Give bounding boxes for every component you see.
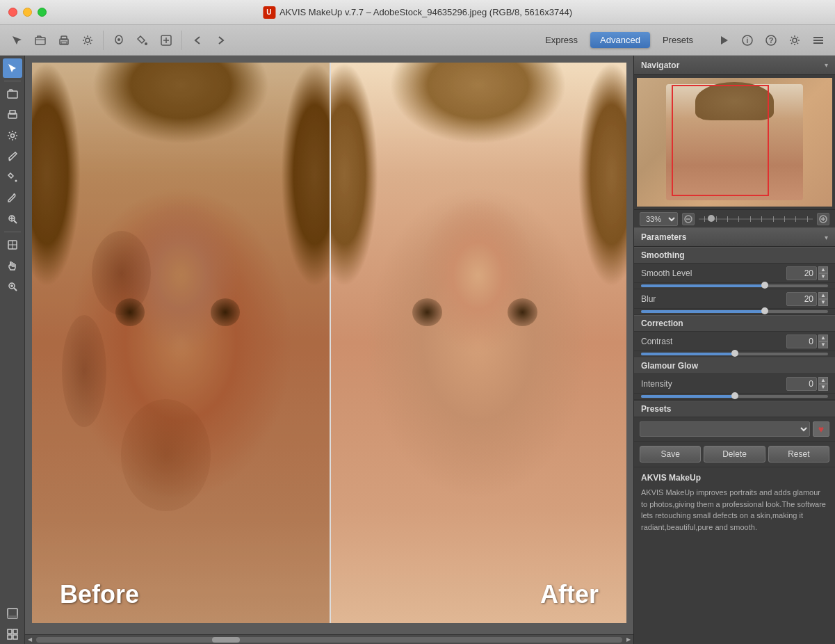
contrast-up[interactable]: ▲: [818, 335, 828, 341]
info-title: AKVIS MakeUp: [641, 473, 828, 483]
tool-arrow[interactable]: [3, 58, 22, 78]
toolbar-gear-button[interactable]: [784, 29, 806, 51]
toolbar-menu-button[interactable]: [807, 29, 829, 51]
scroll-track[interactable]: [36, 637, 622, 643]
toolbar-icon-paint[interactable]: [155, 29, 177, 51]
nav-selection-box[interactable]: [672, 85, 769, 196]
tool-bucket[interactable]: [3, 168, 22, 187]
correction-header: Correction: [634, 315, 835, 332]
zoom-dropdown[interactable]: 33% 25% 50% 100%: [640, 212, 678, 226]
before-label: Before: [60, 580, 139, 609]
smooth-level-up[interactable]: ▲: [818, 266, 828, 273]
tool-print[interactable]: [3, 105, 22, 124]
canvas-divider[interactable]: [330, 63, 331, 623]
smooth-level-value[interactable]: 20: [786, 266, 817, 280]
svg-text:i: i: [747, 37, 749, 45]
toolbar-help-button[interactable]: ?: [760, 29, 782, 51]
toolbar-icon-open[interactable]: [29, 29, 51, 51]
blur-up[interactable]: ▲: [818, 292, 828, 299]
tool-clone[interactable]: [3, 209, 22, 229]
navigator-collapse[interactable]: ▾: [825, 61, 828, 69]
intensity-slider[interactable]: [641, 395, 828, 398]
blur-slider-row: [634, 309, 835, 315]
toolbar-play-button[interactable]: [713, 29, 735, 51]
preset-delete-button[interactable]: Delete: [704, 446, 765, 462]
tool-brush[interactable]: [3, 147, 22, 166]
tool-dropper[interactable]: [3, 188, 22, 208]
preset-save-button[interactable]: Save: [640, 446, 701, 462]
smooth-level-down[interactable]: ▼: [818, 273, 828, 280]
minimize-button[interactable]: [23, 8, 32, 17]
maximize-button[interactable]: [38, 8, 47, 17]
params-header: Parameters ▾: [634, 227, 835, 247]
blur-slider[interactable]: [641, 310, 828, 313]
intensity-thumb[interactable]: [731, 392, 738, 399]
blur-value[interactable]: 20: [786, 292, 817, 306]
toolbar-icon-settings[interactable]: [76, 29, 99, 51]
navigator-preview[interactable]: [637, 78, 832, 207]
smooth-level-fill: [641, 284, 765, 287]
tab-presets[interactable]: Presets: [653, 32, 703, 48]
contrast-value[interactable]: 0: [786, 335, 817, 348]
tool-zoom[interactable]: [3, 277, 22, 296]
tab-advanced[interactable]: Advanced: [590, 32, 650, 48]
hair-before: [32, 63, 330, 287]
tool-hand[interactable]: [3, 256, 22, 275]
contrast-stepper[interactable]: ▲ ▼: [818, 335, 828, 348]
svg-rect-17: [813, 42, 823, 44]
params-collapse[interactable]: ▾: [825, 234, 828, 241]
tool-separator-1: [4, 81, 21, 81]
zoom-out-button[interactable]: [682, 213, 695, 225]
shadow-before-3: [121, 399, 210, 511]
intensity-down[interactable]: ▼: [818, 384, 828, 391]
intensity-up[interactable]: ▲: [818, 377, 828, 384]
tool-view-split[interactable]: [3, 604, 22, 623]
intensity-value[interactable]: 0: [786, 377, 817, 391]
zoom-slider-thumb[interactable]: [708, 215, 715, 222]
presets-dropdown[interactable]: [640, 421, 810, 437]
close-button[interactable]: [8, 8, 17, 17]
smooth-level-slider[interactable]: [641, 284, 828, 287]
tool-open-file[interactable]: [3, 84, 22, 104]
blur-thumb[interactable]: [761, 307, 768, 314]
smooth-level-stepper[interactable]: ▲ ▼: [818, 266, 828, 280]
canvas-scrollbar[interactable]: ◀ ▶: [25, 634, 633, 644]
contrast-down[interactable]: ▼: [818, 341, 828, 348]
blur-row: Blur 20 ▲ ▼: [634, 289, 835, 309]
blur-down[interactable]: ▼: [818, 299, 828, 306]
eye-before-left: [115, 298, 145, 326]
contrast-row: Contrast 0 ▲ ▼: [634, 332, 835, 351]
scroll-right[interactable]: ▶: [624, 635, 633, 645]
contrast-thumb[interactable]: [731, 350, 738, 357]
after-image: [330, 63, 627, 623]
tool-grid[interactable]: [3, 625, 22, 644]
scroll-thumb[interactable]: [212, 637, 240, 643]
canvas-container[interactable]: Before After: [32, 63, 626, 623]
toolbar-icon-forward[interactable]: [210, 29, 232, 51]
svg-rect-18: [8, 91, 17, 98]
blur-fill: [641, 310, 765, 313]
tick-1: [704, 216, 705, 222]
toolbar-icon-brush[interactable]: [108, 29, 130, 51]
toolbar-icon-arrow[interactable]: [6, 29, 28, 51]
tab-express[interactable]: Express: [535, 32, 587, 48]
smooth-level-thumb[interactable]: [761, 282, 768, 289]
scroll-left[interactable]: ◀: [25, 635, 35, 645]
zoom-in-button[interactable]: [817, 213, 829, 225]
intensity-stepper[interactable]: ▲ ▼: [818, 377, 828, 391]
toolbar-info-button[interactable]: i: [736, 29, 759, 51]
preset-heart-button[interactable]: ♥: [813, 421, 829, 437]
preset-reset-button[interactable]: Reset: [768, 446, 829, 462]
blur-stepper[interactable]: ▲ ▼: [818, 292, 828, 306]
zoom-slider-container[interactable]: [699, 214, 813, 224]
toolbar-icon-bucket[interactable]: [131, 29, 154, 51]
tool-transform[interactable]: [3, 235, 22, 255]
toolbar-icon-print[interactable]: [53, 29, 75, 51]
app-body: Before After ◀ ▶ Navigator ▾: [0, 56, 835, 644]
tool-settings[interactable]: [3, 126, 22, 145]
canvas-area: Before After ◀ ▶: [25, 56, 633, 644]
presets-input-row: ♥: [634, 417, 835, 442]
contrast-slider[interactable]: [641, 353, 828, 355]
svg-rect-31: [8, 635, 12, 639]
toolbar-icon-back[interactable]: [186, 29, 209, 51]
